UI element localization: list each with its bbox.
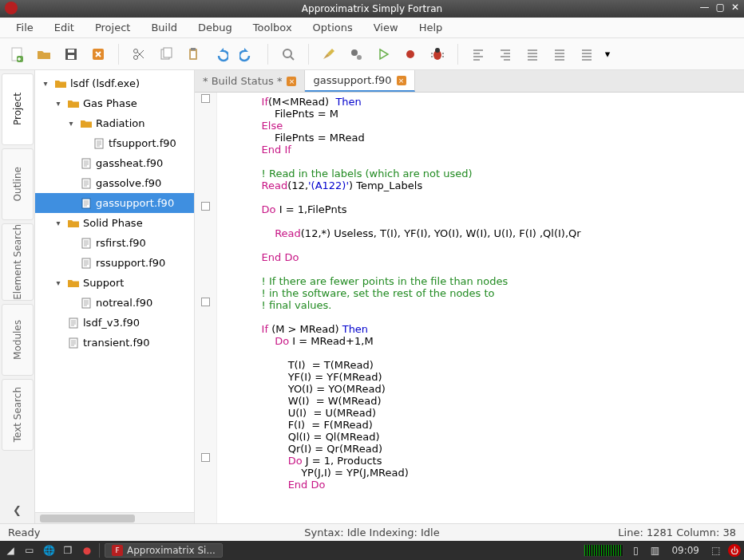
- svg-rect-4: [68, 55, 74, 59]
- taskbar-window-button[interactable]: F Approximatrix Si...: [105, 543, 223, 558]
- tree-file[interactable]: rssupport.f90: [35, 253, 194, 273]
- taskbar: ◢ ▭ 🌐 ❐ ● F Approximatrix Si... ▯ ▥ 09:0…: [0, 541, 744, 560]
- toolbar-overflow-button[interactable]: ▾: [602, 42, 613, 66]
- tree-file[interactable]: tfsupport.f90: [35, 133, 194, 153]
- window-titlebar: Approximatrix Simply Fortran — ▢ ✕: [0, 0, 744, 18]
- menu-help[interactable]: Help: [410, 19, 453, 36]
- project-panel: ▾lsdf (lsdf.exe)▾Gas Phase▾Radiationtfsu…: [35, 70, 195, 523]
- svg-rect-27: [69, 338, 77, 348]
- toolbar-close-button[interactable]: [86, 42, 110, 66]
- toolbar-build-button[interactable]: [344, 42, 368, 66]
- close-button[interactable]: ✕: [731, 2, 739, 13]
- tree-label: rssupport.f90: [96, 257, 165, 269]
- toolbar-open-button[interactable]: [32, 42, 56, 66]
- toolbar-record-button[interactable]: [398, 42, 422, 66]
- toolbar-copy-button[interactable]: [154, 42, 178, 66]
- menu-debug[interactable]: Debug: [188, 19, 242, 36]
- menu-build[interactable]: Build: [141, 19, 187, 36]
- windows-icon[interactable]: ❐: [61, 543, 75, 558]
- svg-rect-25: [82, 298, 90, 308]
- collapse-sidebar-button[interactable]: ❮: [2, 501, 34, 519]
- svg-rect-11: [191, 51, 196, 58]
- fold-toggle[interactable]: [195, 452, 216, 463]
- svg-rect-26: [69, 318, 77, 328]
- fold-toggle[interactable]: [195, 296, 216, 308]
- tab-close-icon[interactable]: ×: [287, 77, 296, 86]
- toolbar-new-button[interactable]: [5, 42, 29, 66]
- toolbar-cut-button[interactable]: [127, 42, 151, 66]
- toolbar-run-button[interactable]: [371, 42, 395, 66]
- tree-folder[interactable]: ▾Gas Phase: [35, 93, 194, 113]
- clock[interactable]: 09:09: [667, 545, 704, 556]
- tree-label: transient.f90: [83, 337, 150, 349]
- toolbar-align1-button[interactable]: [520, 42, 544, 66]
- tree-label: lsdf_v3.f90: [83, 317, 140, 329]
- start-button[interactable]: ◢: [3, 543, 18, 558]
- tree-label: gassolve.f90: [96, 177, 161, 189]
- tree-file[interactable]: gassupport.f90: [35, 193, 194, 213]
- fold-toggle[interactable]: [195, 200, 216, 212]
- toolbar-indent-right-button[interactable]: [493, 42, 517, 66]
- menu-file[interactable]: File: [6, 19, 43, 36]
- toolbar-redo-button[interactable]: [235, 42, 259, 66]
- tree-file[interactable]: rsfirst.f90: [35, 233, 194, 253]
- code-editor[interactable]: If(M<MRead) Then FilePnts = M Else FileP…: [217, 93, 744, 523]
- minimize-button[interactable]: —: [700, 2, 710, 13]
- svg-rect-9: [164, 48, 172, 57]
- tree-folder[interactable]: ▾Radiation: [35, 113, 194, 133]
- fold-gutter[interactable]: [195, 93, 217, 523]
- side-tab-elementsearch[interactable]: Element Search: [2, 223, 34, 301]
- tree-file[interactable]: notreal.f90: [35, 293, 194, 313]
- tree-folder[interactable]: ▾lsdf (lsdf.exe): [35, 73, 194, 93]
- tree-file[interactable]: gassolve.f90: [35, 173, 194, 193]
- horizontal-scrollbar[interactable]: [35, 512, 194, 523]
- toolbar-undo-button[interactable]: [208, 42, 232, 66]
- tab-label: * Build Status *: [203, 75, 282, 87]
- svg-rect-3: [68, 49, 74, 53]
- svg-point-6: [134, 49, 138, 53]
- toolbar-paste-button[interactable]: [181, 42, 205, 66]
- menu-view[interactable]: View: [364, 19, 408, 36]
- maximize-button[interactable]: ▢: [716, 2, 725, 13]
- tray-app-icon[interactable]: ●: [80, 543, 94, 558]
- menu-project[interactable]: Project: [85, 19, 140, 36]
- menu-toolbox[interactable]: Toolbox: [243, 19, 302, 36]
- tab-close-icon[interactable]: ×: [397, 76, 406, 85]
- menu-edit[interactable]: Edit: [45, 19, 84, 36]
- toolbar-save-button[interactable]: [59, 42, 83, 66]
- tree-folder[interactable]: ▾Solid Phase: [35, 213, 194, 233]
- menu-options[interactable]: Options: [303, 19, 362, 36]
- tree-file[interactable]: transient.f90: [35, 333, 194, 353]
- tree-folder[interactable]: ▾Support: [35, 273, 194, 293]
- tree-file[interactable]: gassheat.f90: [35, 153, 194, 173]
- toolbar-debug-button[interactable]: [425, 42, 449, 66]
- svg-rect-20: [82, 159, 90, 168]
- tree-file[interactable]: lsdf_v3.f90: [35, 313, 194, 333]
- editor-tab[interactable]: gassupport.f90×: [305, 70, 414, 92]
- tray-icon-2[interactable]: ▥: [647, 543, 662, 558]
- status-left: Ready: [8, 526, 40, 538]
- side-tab-outline[interactable]: Outline: [2, 148, 34, 220]
- toolbar-align2-button[interactable]: [548, 42, 572, 66]
- show-desktop-icon[interactable]: ▭: [22, 543, 37, 558]
- fold-toggle[interactable]: [195, 93, 216, 105]
- tray-icon-1[interactable]: ▯: [628, 543, 643, 558]
- side-tab-project[interactable]: Project: [2, 73, 34, 145]
- toolbar-find-button[interactable]: [276, 42, 300, 66]
- tree-label: Support: [83, 277, 124, 289]
- toolbar-clean-button[interactable]: [317, 42, 341, 66]
- tree-label: tfsupport.f90: [109, 137, 176, 149]
- side-tab-modules[interactable]: Modules: [2, 304, 34, 376]
- editor-tab[interactable]: * Build Status *×: [195, 70, 305, 92]
- toolbar-align3-button[interactable]: [575, 42, 599, 66]
- toolbar-indent-left-button[interactable]: [466, 42, 490, 66]
- window-title: Approximatrix Simply Fortran: [302, 3, 442, 14]
- tray-icon-3[interactable]: ⬚: [709, 543, 723, 558]
- side-tab-textsearch[interactable]: Text Search: [2, 379, 34, 451]
- project-tree[interactable]: ▾lsdf (lsdf.exe)▾Gas Phase▾Radiationtfsu…: [35, 70, 194, 512]
- svg-rect-24: [82, 258, 90, 268]
- perf-monitor[interactable]: [584, 544, 623, 557]
- power-button[interactable]: ⏻: [728, 544, 741, 557]
- sidebar-tabstrip: ProjectOutlineElement SearchModulesText …: [0, 70, 35, 523]
- browser-icon[interactable]: 🌐: [42, 543, 56, 558]
